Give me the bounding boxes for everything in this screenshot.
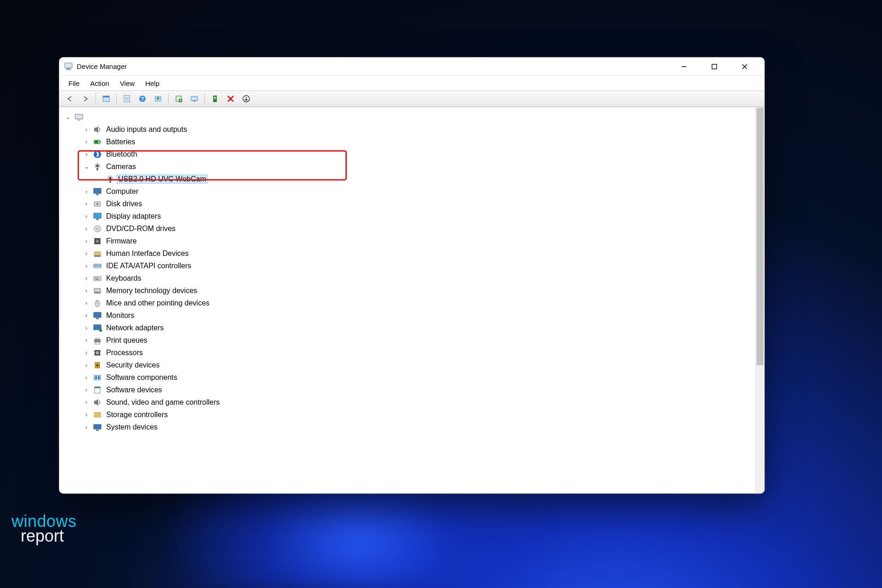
tree-category[interactable]: ›Security devices [64,359,753,371]
svg-rect-34 [96,168,98,170]
toolbar-enable-button[interactable] [208,92,222,105]
collapse-icon[interactable]: ⌄ [82,163,90,171]
expand-icon[interactable]: › [82,187,90,196]
toolbar-back-button[interactable] [63,92,77,105]
vertical-scrollbar[interactable] [755,107,764,493]
svg-rect-66 [99,329,102,332]
expand-icon[interactable]: › [82,225,90,233]
device-manager-window: Device Manager File Action View Help [59,57,765,494]
camera-icon [92,162,102,172]
tree-category[interactable]: ›System devices [64,421,753,433]
tree-root[interactable]: ⌄ [64,111,753,123]
minimize-button[interactable] [669,57,699,76]
menu-file[interactable]: File [64,78,84,89]
expand-icon[interactable]: › [82,398,90,407]
tree-category[interactable]: ›Software devices [64,384,753,396]
toolbar-forward-button[interactable] [79,92,92,105]
tree-category[interactable]: ›Human Interface Devices [64,247,753,260]
svg-rect-3 [712,64,717,69]
svg-point-36 [109,177,112,179]
toolbar-show-hidden-button[interactable] [99,92,113,105]
tree-category[interactable]: ›Monitors [64,309,753,322]
menu-action[interactable]: Action [85,78,114,89]
tree-category[interactable]: ›Firmware [64,235,753,247]
expand-icon[interactable]: › [82,373,90,382]
expand-icon[interactable]: › [82,249,90,258]
menu-view[interactable]: View [115,78,139,89]
toolbar-update-driver-button[interactable] [151,92,165,105]
sound-icon [92,397,102,407]
tree-category[interactable]: ›Sound, video and game controllers [64,396,753,408]
tree-category[interactable]: ›Audio inputs and outputs [64,123,753,136]
svg-rect-86 [94,415,101,417]
svg-rect-20 [193,101,196,102]
svg-rect-87 [94,424,101,429]
category-label: Firmware [105,237,138,245]
collapse-icon[interactable]: ⌄ [64,113,72,121]
expand-icon[interactable]: › [82,138,90,146]
svg-rect-52 [94,265,101,266]
bluetooth-icon [92,149,102,159]
expand-icon[interactable]: › [82,324,90,332]
toolbar-separator [116,93,117,104]
svg-point-46 [96,228,98,230]
expand-icon[interactable]: › [82,411,90,419]
svg-rect-84 [94,401,96,404]
tree-category[interactable]: ›Network adapters [64,322,753,334]
disk-icon [92,199,102,209]
expand-icon[interactable]: › [82,423,90,431]
expand-icon[interactable]: › [82,237,90,245]
tree-category[interactable]: ›Computer [64,185,753,198]
expand-icon[interactable]: › [82,287,90,295]
tree-category[interactable]: ›Disk drives [64,198,753,210]
expand-icon[interactable]: › [82,125,90,134]
tree-category[interactable]: ›Keyboards [64,272,753,284]
expand-icon[interactable]: › [82,212,90,220]
toolbar-scan-hardware-button[interactable] [187,92,201,105]
svg-rect-25 [75,114,83,119]
toolbar-separator [168,93,169,104]
tree-category[interactable]: ›Batteries [64,136,753,148]
maximize-button[interactable] [699,57,729,76]
close-button[interactable] [729,57,760,76]
toolbar-properties-button[interactable] [120,92,134,105]
expand-icon[interactable]: › [82,274,90,283]
window-title: Device Manager [77,62,127,70]
expand-icon[interactable]: › [82,262,90,270]
svg-rect-64 [96,318,99,319]
security-icon [92,360,102,370]
tree-category[interactable]: ›Memory technology devices [64,284,753,297]
svg-rect-71 [96,351,99,354]
expand-icon[interactable]: › [82,150,90,158]
expand-icon[interactable]: › [82,349,90,357]
toolbar-uninstall-button[interactable] [172,92,186,105]
expand-icon[interactable]: › [82,299,90,307]
expand-icon[interactable]: › [82,200,90,208]
tree-category[interactable]: ›Bluetooth [64,148,753,160]
menu-help[interactable]: Help [141,78,164,89]
tree-category[interactable]: ›Processors [64,346,753,359]
tree-category[interactable]: ›Mice and other pointing devices [64,297,753,309]
tree-category[interactable]: ›DVD/CD-ROM drives [64,222,753,235]
tree-category[interactable]: ⌄Cameras [64,160,753,173]
device-tree[interactable]: ⌄›Audio inputs and outputs›Batteries›Blu… [59,107,755,493]
svg-rect-48 [96,240,99,243]
tree-category[interactable]: ›Display adapters [64,210,753,222]
content-area: ⌄›Audio inputs and outputs›Batteries›Blu… [59,107,764,493]
tree-category[interactable]: ›Software components [64,371,753,384]
expand-icon[interactable]: › [82,311,90,320]
toolbar-disable-button[interactable] [224,92,237,105]
expand-icon[interactable]: › [82,386,90,394]
tree-category[interactable]: ›Storage controllers [64,408,753,421]
tree-category[interactable]: ›Print queues [64,334,753,346]
expand-icon[interactable]: › [82,361,90,369]
scrollbar-thumb[interactable] [757,108,763,365]
svg-rect-50 [94,255,101,257]
expand-icon[interactable]: › [82,336,90,345]
titlebar[interactable]: Device Manager [59,57,764,76]
tree-category[interactable]: ›IDE ATA/ATAPI controllers [64,260,753,272]
toolbar-help-button[interactable]: ? [136,92,149,105]
category-label: Monitors [105,311,135,320]
toolbar-remove-button[interactable] [239,92,253,105]
tree-device[interactable]: USB2.0 HD UVC WebCam [64,173,753,185]
